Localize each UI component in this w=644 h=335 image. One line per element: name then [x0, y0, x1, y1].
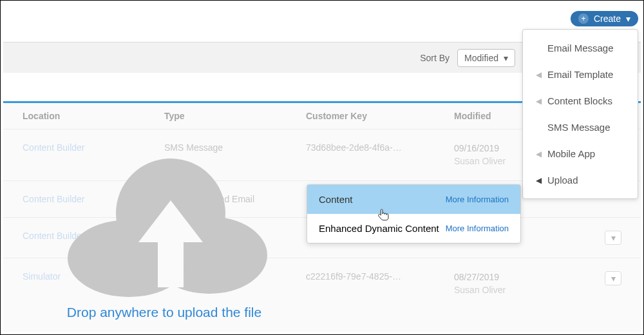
cell-type: SMS Message	[164, 142, 306, 168]
menu-item-email-template[interactable]: ◀ Email Template	[523, 61, 638, 88]
create-menu: ◀ Email Message ◀ Email Template ◀ Conte…	[522, 29, 638, 199]
row-actions-button[interactable]: ▾	[605, 271, 621, 285]
caret-left-icon: ◀	[535, 97, 542, 106]
sort-label: Sort By	[420, 53, 450, 63]
sort-selected: Modified	[464, 53, 498, 63]
more-information-link[interactable]: More Information	[446, 195, 509, 204]
cell-type: Template-Based Email	[164, 194, 306, 204]
menu-item-email-message[interactable]: ◀ Email Message	[523, 35, 638, 61]
cell-type: Freeform	[164, 231, 306, 245]
caret-left-icon: ◀	[535, 149, 542, 158]
cell-modified: 08/27/2019 Susan Oliver	[454, 271, 551, 296]
cell-key: c22216f9-79e7-4825-…	[306, 271, 454, 296]
upload-option-enhanced-dynamic-content[interactable]: Enhanced Dynamic Content More Informatio…	[307, 214, 520, 243]
chevron-down-icon: ▾	[611, 273, 616, 283]
th-type: Type	[164, 111, 306, 121]
table-row[interactable]: Simulator Template-Based Email c22216f9-…	[3, 258, 641, 309]
upload-submenu: Content More Information Enhanced Dynami…	[307, 184, 521, 244]
cell-location: Content Builder	[23, 142, 164, 168]
create-button-label: Create	[594, 14, 621, 24]
caret-left-icon: ◀	[535, 70, 542, 79]
menu-item-mobile-app[interactable]: ◀ Mobile App	[523, 140, 638, 167]
cell-location: Simulator	[23, 271, 164, 296]
cell-type: Template-Based Email	[164, 271, 306, 296]
plus-icon: +	[578, 14, 589, 24]
chevron-down-icon: ▾	[504, 53, 508, 63]
create-button[interactable]: + Create ▾	[571, 11, 638, 26]
cell-location: Content Builder	[23, 194, 164, 204]
sort-select[interactable]: Modified ▾	[457, 49, 515, 67]
caret-left-icon: ◀	[535, 176, 542, 185]
th-key: Customer Key	[306, 111, 454, 121]
menu-item-content-blocks[interactable]: ◀ Content Blocks	[523, 88, 638, 114]
caret-down-icon: ▾	[626, 14, 630, 24]
menu-item-upload[interactable]: ◀ Upload	[523, 167, 638, 193]
cell-location: Content Builder	[23, 231, 164, 245]
row-actions-button[interactable]: ▾	[605, 231, 621, 245]
upload-option-content[interactable]: Content More Information	[307, 185, 520, 214]
th-location: Location	[23, 111, 164, 121]
cell-key: 73d68bee-2de8-4f6a-…	[306, 142, 454, 168]
more-information-link[interactable]: More Information	[446, 224, 509, 233]
chevron-down-icon: ▾	[611, 233, 616, 243]
menu-item-sms-message[interactable]: ◀ SMS Message	[523, 114, 638, 140]
